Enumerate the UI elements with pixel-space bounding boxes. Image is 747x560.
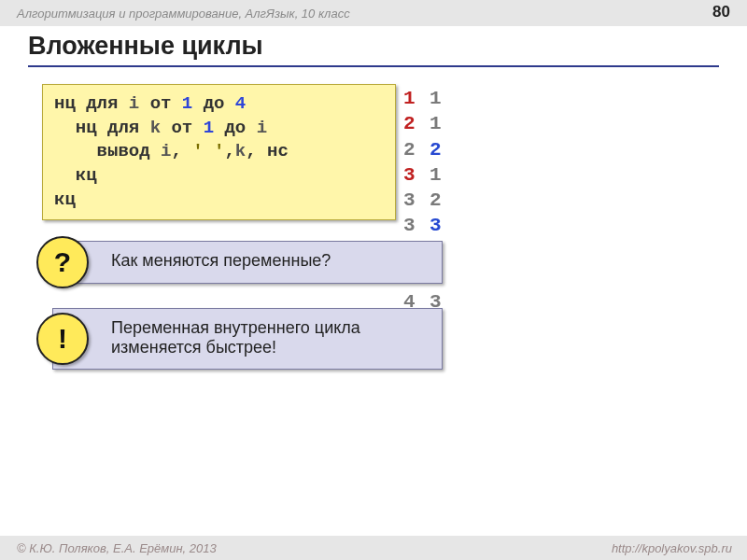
exclaim-text: Переменная внутреннего цикла изменяется … xyxy=(111,318,360,357)
code-block: нц для i от 1 до 4 нц для k от 1 до i вы… xyxy=(42,84,396,220)
exclaim-callout: ! Переменная внутреннего цикла изменяетс… xyxy=(52,308,443,370)
question-text: Как меняются переменные? xyxy=(111,251,331,270)
trace-row: 3 2 xyxy=(403,188,442,213)
slide-title: Вложенные циклы xyxy=(28,32,263,61)
course-label: Алгоритмизация и программирование, АлгЯз… xyxy=(17,7,350,21)
trace-row: 3 3 xyxy=(403,213,442,238)
question-callout: ? Как меняются переменные? xyxy=(52,241,443,284)
title-divider xyxy=(28,65,719,67)
exclaim-badge-icon: ! xyxy=(36,313,89,365)
trace-row: 1 1 xyxy=(403,86,442,111)
slide-footer: © К.Ю. Поляков, Е.А. Ерёмин, 2013 http:/… xyxy=(0,536,747,560)
trace-row: 3 1 xyxy=(403,162,442,188)
output-trace: 1 12 12 23 13 23 34 14 24 34 4 xyxy=(403,86,442,341)
footer-authors: © К.Ю. Поляков, Е.А. Ерёмин, 2013 xyxy=(17,541,217,555)
trace-row: 2 1 xyxy=(403,111,442,136)
footer-url: http://kpolyakov.spb.ru xyxy=(612,541,732,555)
slide-header: Алгоритмизация и программирование, АлгЯз… xyxy=(0,0,747,26)
trace-row: 2 2 xyxy=(403,137,442,162)
page-number: 80 xyxy=(712,3,730,21)
question-badge-icon: ? xyxy=(36,236,89,288)
